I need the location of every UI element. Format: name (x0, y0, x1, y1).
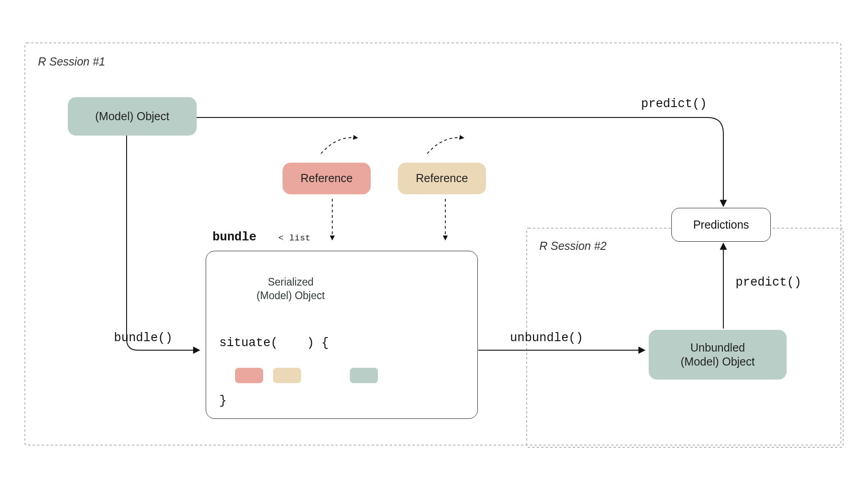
predict-bottom-label: predict() (736, 276, 802, 289)
unbundled-line1: Unbundled (690, 341, 745, 355)
diagram-stage: R Session #1 R Session #2 (Model) Object… (0, 0, 868, 488)
reference-a-text: Reference (301, 171, 353, 185)
bundle-title-sub: < list (278, 233, 311, 243)
bundle-title-kw: bundle (212, 230, 256, 244)
reference-b-text: Reference (416, 171, 468, 185)
bundle-title: bundle < list (212, 230, 311, 244)
brace-close: } (219, 394, 226, 408)
session2-label: R Session #2 (539, 239, 607, 253)
session1-label: R Session #1 (38, 55, 105, 68)
chip-red (235, 368, 263, 383)
situate-kw: situate( (219, 336, 278, 350)
chip-tan (273, 368, 301, 383)
arrow-bundle (127, 136, 199, 350)
predictions-box: Predictions (671, 208, 771, 242)
unbundle-fn-label: unbundle() (510, 331, 583, 345)
predictions-text: Predictions (693, 218, 749, 232)
bundle-fn-label: bundle() (114, 331, 173, 345)
unbundled-line2: (Model) Object (681, 355, 755, 369)
serialized-line2: (Model) Object (257, 289, 325, 303)
situate-after: ) { (307, 336, 329, 350)
reference-b-box: Reference (398, 163, 486, 194)
serialized-box: Serialized (Model) Object (218, 263, 363, 315)
serialized-line1: Serialized (257, 276, 325, 289)
model-object-box: (Model) Object (68, 97, 197, 136)
arrow-ref-b-up (427, 137, 463, 154)
chips-row (235, 367, 378, 384)
chip-teal (350, 368, 378, 383)
predict-top-label: predict() (641, 97, 707, 111)
unbundled-box: Unbundled (Model) Object (649, 330, 787, 380)
situate-line: situate( ) { (219, 336, 329, 350)
model-object-text: (Model) Object (95, 109, 170, 123)
reference-a-box: Reference (283, 163, 371, 194)
arrow-ref-a-up (321, 137, 357, 154)
